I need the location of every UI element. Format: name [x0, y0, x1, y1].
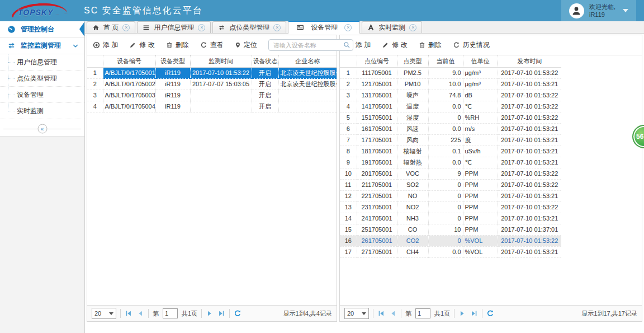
first-page-button[interactable]	[125, 309, 132, 317]
edit-button[interactable]: 修 改	[129, 40, 154, 50]
locate-button[interactable]: 定位	[235, 40, 257, 50]
chevron-down-icon	[623, 9, 628, 12]
row-number-header[interactable]	[340, 55, 357, 67]
column-header[interactable]: 发布时间	[498, 55, 561, 67]
table-cell: 2017-07-10 01:53:22	[498, 168, 561, 179]
table-cell: %RH	[463, 112, 498, 123]
point-table: 点位编号 点类型 当前值 值单位 发布时间 1111705001PM2.59.0…	[340, 55, 642, 305]
table-row[interactable]: 5151705001湿度0%RH2017-07-10 01:53:22	[340, 112, 561, 123]
table-cell: 2017-07-10 01:53:22	[498, 67, 561, 78]
column-header[interactable]: 企业名称	[278, 55, 337, 67]
table-cell: A/BJLT/0/1705003	[103, 90, 155, 101]
column-header[interactable]: 点类型	[397, 55, 428, 67]
search-icon[interactable]	[343, 41, 351, 49]
last-page-button[interactable]	[470, 309, 478, 317]
table-row[interactable]: 9191705001辐射热0.0℃2017-07-10 01:53:21	[340, 157, 561, 168]
tab-realtime-monitor[interactable]: 实时监测 ×	[362, 21, 422, 33]
sidebar-item-device-mgmt[interactable]: 设备管理	[0, 87, 84, 103]
view-button[interactable]: 查看	[200, 40, 224, 50]
close-icon[interactable]: ×	[122, 24, 130, 31]
column-header[interactable]: 设备状态	[252, 55, 278, 67]
table-row[interactable]: 14241705001NH30PPM2017-07-10 01:53:21	[340, 213, 561, 224]
refresh-button[interactable]	[486, 309, 494, 317]
sidebar-item-user-info[interactable]: 用户信息管理	[0, 54, 84, 71]
sidebar-item-point-type[interactable]: 点位类型管理	[0, 71, 84, 87]
row-number: 9	[340, 157, 357, 168]
tab-point-type[interactable]: 点位类型管理 ×	[212, 21, 286, 33]
edit-button[interactable]: 修 改	[382, 40, 407, 50]
close-icon[interactable]: ×	[409, 24, 416, 31]
table-cell: NO	[397, 190, 428, 201]
column-header[interactable]: 当前值	[428, 55, 463, 67]
delete-button[interactable]: 删除	[166, 40, 189, 50]
table-row[interactable]: 13231705001NO20PPM2017-07-10 01:53:22	[340, 201, 561, 213]
table-row[interactable]: 15251705001CO10PPM2017-07-10 01:37:01	[340, 224, 561, 235]
last-page-button[interactable]	[217, 309, 225, 317]
column-header[interactable]: 点位编号	[357, 55, 397, 67]
table-row[interactable]: 6161705001风速0.0m/s2017-07-10 01:53:21	[340, 123, 561, 134]
column-header[interactable]: 值单位	[463, 55, 498, 67]
divider	[482, 309, 482, 318]
tab-user-info[interactable]: 用户信息管理 ×	[137, 21, 211, 33]
sidebar-section-label: 管理控制台	[21, 25, 54, 34]
table-row[interactable]: 10201705001VOC9PPM2017-07-10 01:53:22	[340, 168, 561, 179]
prev-page-button[interactable]	[136, 309, 144, 317]
page-number-input[interactable]	[415, 308, 430, 318]
tab-device-mgmt[interactable]: 设备管理 ×	[288, 21, 360, 34]
table-cell: PPM	[463, 179, 498, 190]
table-cell: 2017-07-10 01:53:21	[498, 123, 561, 134]
sidebar-item-console[interactable]: 管理控制台	[0, 21, 84, 37]
table-cell: iR119	[155, 101, 190, 112]
close-icon[interactable]: ×	[273, 24, 281, 31]
table-cell: 2017-07-10 01:53:21	[498, 157, 561, 168]
next-page-button[interactable]	[458, 309, 466, 317]
history-button[interactable]: 历史情况	[453, 40, 490, 50]
sidebar-item-realtime[interactable]: 实时监测	[0, 103, 84, 119]
table-row[interactable]: 3131705001噪声74.8dB2017-07-10 01:53:22	[340, 90, 561, 101]
table-row[interactable]: 4A/BJLT/0/1705004iR119开启	[87, 101, 337, 112]
collapse-sidebar-button[interactable]: «	[37, 124, 47, 134]
page-size-select[interactable]: 20	[92, 308, 116, 319]
tab-label: 首 页	[103, 23, 119, 32]
search-input[interactable]	[268, 39, 353, 51]
table-row[interactable]: 8181705001核辐射0.1uSv/h2017-07-10 01:53:21	[340, 146, 561, 157]
table-row[interactable]: 3A/BJLT/0/1705003iR119开启	[87, 90, 337, 101]
column-header[interactable]: 监测时间	[190, 55, 252, 67]
table-row[interactable]: 11211705001SO20PPM2017-07-10 01:53:22	[340, 179, 561, 190]
user-menu[interactable]: 欢迎光临, iR119	[561, 0, 636, 21]
table-row[interactable]: 2121705001PM1010.0μg/m³2017-07-10 01:53:…	[340, 78, 561, 90]
page-number-input[interactable]	[163, 308, 178, 318]
column-header[interactable]: 设备编号	[103, 55, 155, 67]
refresh-button[interactable]	[234, 309, 242, 317]
add-button[interactable]: 添 加	[93, 40, 118, 50]
row-number: 5	[340, 112, 357, 123]
table-cell: 121705001	[357, 78, 397, 90]
close-icon[interactable]: ×	[344, 24, 352, 31]
close-icon[interactable]: ×	[198, 24, 205, 31]
page-size-select[interactable]: 20	[344, 308, 369, 319]
prev-page-button[interactable]	[389, 309, 397, 317]
sidebar-collapse-bar: «	[0, 123, 84, 135]
table-cell: VOC	[397, 168, 428, 179]
row-number-header[interactable]	[87, 55, 103, 67]
table-row[interactable]: 12221705001NO0PPM2017-07-10 01:53:21	[340, 190, 561, 201]
row-number: 17	[340, 246, 357, 257]
delete-button[interactable]: 删除	[419, 40, 442, 50]
sidebar-item-monitor-mgmt[interactable]: 监控监测管理	[0, 37, 84, 54]
table-row[interactable]: 1A/BJLT/0/1705001iR1192017-07-10 01:53:2…	[87, 67, 337, 78]
row-number: 2	[340, 78, 357, 90]
table-cell: 2017-07-10 01:53:22	[498, 179, 561, 190]
next-page-button[interactable]	[206, 309, 214, 317]
table-row[interactable]: 1111705001PM2.59.0μg/m³2017-07-10 01:53:…	[340, 67, 561, 78]
row-number: 7	[340, 134, 357, 146]
tab-home[interactable]: 首 页 ×	[87, 21, 135, 33]
table-row[interactable]: 4141705001温度0.0℃2017-07-10 01:53:22	[340, 101, 561, 112]
button-label: 修 改	[392, 40, 407, 50]
table-row[interactable]: 7171705001风向225度2017-07-10 01:53:21	[340, 134, 561, 146]
table-row[interactable]: 2A/BJLT/0/1705002iR1192017-07-07 15:03:0…	[87, 78, 337, 90]
column-header[interactable]: 设备类型	[155, 55, 190, 67]
table-row[interactable]: 17271705001CH40.0%VOL2017-07-10 01:53:21	[340, 246, 561, 257]
first-page-button[interactable]	[377, 309, 385, 317]
tab-label: 点位类型管理	[229, 23, 269, 32]
table-row[interactable]: 16261705001CO20%VOL2017-07-10 01:53:22	[340, 235, 561, 246]
